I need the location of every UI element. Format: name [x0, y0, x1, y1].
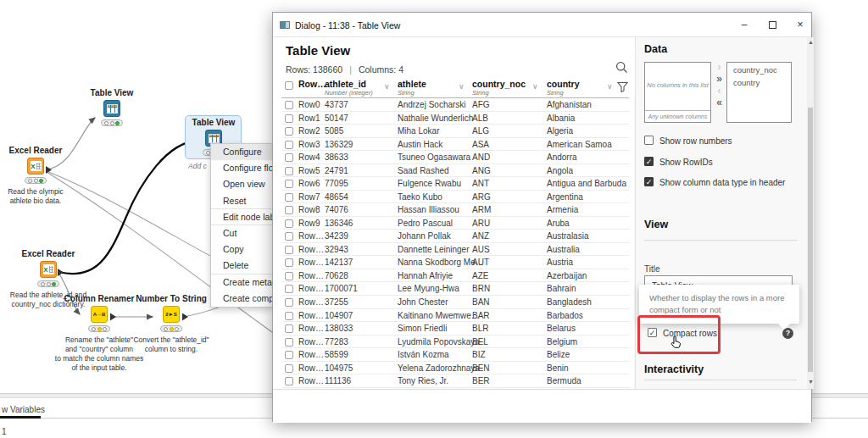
table-row[interactable]: Row… 111136 Tony Ries, Jr. BER Bermuda	[281, 374, 629, 388]
context-menu-item[interactable]: Cut	[211, 225, 272, 241]
table-row[interactable]: Row… 77283 Lyudmila Popovskaya BEL Belgi…	[281, 335, 629, 349]
row-checkbox[interactable]	[285, 377, 293, 385]
table-row[interactable]: Row3 136329 Austin Hack ASA American Sam…	[281, 138, 629, 152]
scroll-down-icon[interactable]: ▼	[808, 379, 814, 385]
maximize-button[interactable]	[765, 19, 779, 32]
chevron-down-icon[interactable]: ∨	[459, 82, 465, 91]
table-row[interactable]: Row5 24791 Saad Rashed ANG Angola	[281, 164, 629, 178]
context-menu-item[interactable]: Reset	[211, 193, 272, 209]
row-checkbox[interactable]	[285, 193, 293, 202]
row-checkbox[interactable]	[285, 114, 293, 123]
table-row[interactable]: Row… 37255 John Chester BAN Bangladesh	[281, 296, 629, 309]
row-checkbox[interactable]	[285, 127, 293, 136]
row-checkbox[interactable]	[285, 232, 293, 241]
context-menu-item[interactable]: Delete	[211, 258, 272, 274]
cell-rowid: Row…	[298, 245, 324, 254]
help-icon[interactable]: ?	[782, 328, 793, 339]
column-header-country-noc[interactable]: country_noc	[472, 79, 526, 89]
minimize-button[interactable]: –	[737, 19, 751, 32]
move-columns-button[interactable]: ›	[713, 62, 726, 74]
scroll-up-icon[interactable]: ▲	[808, 39, 814, 45]
excel-reader-node-icon[interactable]: X	[27, 158, 44, 175]
panel-scrollbar-thumb[interactable]	[808, 108, 813, 372]
column-header-athlete-id[interactable]: athlete_id	[325, 79, 366, 89]
view-section-heading: View	[644, 219, 668, 230]
table-row[interactable]: Row9 136346 Pedro Pascual ARU Aruba	[281, 217, 629, 230]
row-checkbox[interactable]	[285, 206, 293, 214]
table-row[interactable]: Row… 70628 Hannah Afriyie AZE Azerbaijan	[281, 269, 629, 283]
column-header-country[interactable]: country	[547, 79, 580, 89]
cell-country-noc: ALB	[472, 114, 488, 123]
row-checkbox[interactable]	[285, 364, 293, 373]
chevron-down-icon[interactable]: ∨	[532, 82, 538, 91]
context-menu-item[interactable]: Open view	[211, 176, 272, 192]
column-header-athlete[interactable]: athlete	[398, 79, 426, 89]
row-checkbox[interactable]	[285, 298, 293, 307]
search-icon[interactable]	[615, 61, 628, 77]
excel-reader-node-icon[interactable]: X	[40, 261, 57, 278]
table-row[interactable]: Row2 5085 Miha Lokar ALG Algeria	[281, 125, 629, 138]
row-checkbox[interactable]	[285, 219, 293, 228]
flow-variables-tab[interactable]: w Variables	[2, 405, 45, 414]
move-columns-button[interactable]: »	[713, 74, 726, 86]
table-row[interactable]: Row… 104907 Kaitinano Mwemwe… BAR Barbad…	[281, 309, 629, 323]
dialog-titlebar[interactable]: Dialog - 11:38 - Table View – ×	[273, 13, 811, 37]
row-checkbox[interactable]	[285, 180, 293, 188]
row-checkbox[interactable]	[285, 258, 293, 267]
table-row[interactable]: Row… 58599 István Kozma BIZ Belize	[281, 348, 629, 362]
chevron-down-icon[interactable]: ∨	[384, 82, 390, 91]
table-row[interactable]: Row1 50147 Nathalie Wunderlich ALB Alban…	[281, 112, 629, 125]
table-row[interactable]: Row… 138033 Simon Friedli BLR Belarus	[281, 322, 629, 335]
table-row[interactable]: Row8 74076 Hassan Illiassou ARM Armenia	[281, 203, 629, 217]
excluded-columns-list[interactable]: No columns in this list Any unknown colu…	[644, 62, 711, 123]
row-checkbox[interactable]	[285, 101, 293, 109]
option-checkbox[interactable]	[644, 157, 654, 166]
table-row[interactable]: Row… 32943 Dannette Leininger AUS Austra…	[281, 243, 629, 257]
row-checkbox[interactable]	[285, 285, 293, 293]
table-row[interactable]: Row7 48654 Taeko Kubo ARG Argentina	[281, 191, 629, 204]
table-row[interactable]: Row… 104975 Yelena Zadorozhnaya BEN Beni…	[281, 362, 629, 375]
filter-icon[interactable]	[617, 80, 628, 96]
context-menu-item[interactable]: Configure flow va	[211, 160, 272, 176]
close-button[interactable]: ×	[793, 19, 807, 32]
included-column-item[interactable]: country_noc	[727, 63, 791, 75]
number-to-string-node-icon[interactable]: 2►S	[163, 306, 180, 323]
table-row[interactable]: Row… 142137 Nanna Skodborg Me… AUT Austr…	[281, 256, 629, 269]
row-checkbox[interactable]	[285, 351, 293, 359]
context-menu-item[interactable]: Edit node label	[211, 209, 272, 225]
row-checkbox[interactable]	[285, 141, 293, 149]
chevron-down-icon[interactable]: ∨	[607, 82, 613, 91]
node-number-to-string[interactable]: Number To String 2►S Convert the "athlet…	[120, 294, 222, 354]
move-columns-button[interactable]: «	[713, 97, 726, 109]
row-checkbox[interactable]	[285, 246, 293, 254]
table-row[interactable]: Row… 34239 Johann Pollak ANZ Australasia	[281, 230, 629, 243]
context-menu-item[interactable]: Create componen	[211, 291, 272, 307]
move-columns-button[interactable]: ‹	[713, 86, 726, 97]
node-annotation-placeholder[interactable]: Add c	[188, 162, 210, 170]
node-table-view-top[interactable]: Table View	[61, 88, 163, 126]
row-checkbox[interactable]	[285, 153, 293, 162]
included-column-item[interactable]: country	[727, 75, 791, 88]
node-excel-reader-top[interactable]: Excel Reader X Read the olympic athlete …	[0, 146, 86, 206]
row-checkbox[interactable]	[285, 338, 293, 347]
table-row[interactable]: Row6 77095 Fulgence Rwabu ANT Antigua an…	[281, 177, 629, 191]
table-row[interactable]: Row… 1700071 Lee Myung-Hwa BRN Bahrain	[281, 282, 629, 296]
option-checkbox[interactable]	[644, 136, 654, 145]
context-menu-item[interactable]: Configure	[211, 144, 272, 160]
row-checkbox[interactable]	[285, 167, 293, 175]
included-columns-list[interactable]: country_noccountry	[726, 62, 792, 123]
select-all-checkbox[interactable]	[285, 81, 293, 90]
table-view-node-icon[interactable]	[103, 100, 120, 117]
option-checkbox[interactable]	[644, 177, 654, 186]
row-checkbox[interactable]	[285, 272, 293, 280]
cell-rowid: Row…	[298, 258, 324, 267]
column-renamer-node-icon[interactable]: A→B	[91, 306, 108, 323]
table-row[interactable]: Row4 38633 Tsuneo Ogasawara AND Andorra	[281, 151, 629, 164]
column-header-rowid[interactable]: Row…	[298, 79, 326, 89]
table-row[interactable]: Row0 43737 Andrzej Socharski AFG Afghani…	[281, 98, 629, 112]
row-checkbox[interactable]	[285, 312, 293, 320]
context-menu-item[interactable]: Copy	[211, 241, 272, 258]
row-checkbox[interactable]	[285, 324, 293, 333]
context-menu-item[interactable]: Create metanode	[211, 274, 272, 291]
compact-rows-checkbox[interactable]	[648, 328, 657, 337]
